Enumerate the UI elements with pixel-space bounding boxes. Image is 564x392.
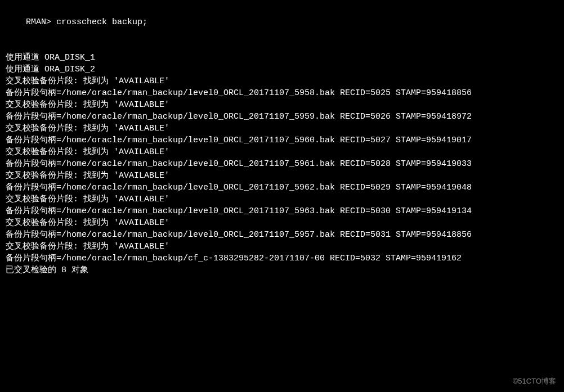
backup-handle-line: 备份片段句柄=/home/oracle/rman_backup/level0_O…	[6, 111, 558, 123]
prompt-line[interactable]: RMAN> crosscheck backup;	[6, 4, 558, 40]
crosscheck-status-line: 交叉校验备份片段: 找到为 'AVAILABLE'	[6, 170, 558, 182]
rman-prompt: RMAN>	[26, 17, 56, 27]
backup-handle-line: 备份片段句柄=/home/oracle/rman_backup/level0_O…	[6, 87, 558, 99]
backup-handle-line: 备份片段句柄=/home/oracle/rman_backup/level0_O…	[6, 182, 558, 193]
backup-handle-line: 备份片段句柄=/home/oracle/rman_backup/level0_O…	[6, 134, 558, 146]
crosscheck-status-line: 交叉校验备份片段: 找到为 'AVAILABLE'	[6, 217, 558, 229]
crosscheck-status-line: 交叉校验备份片段: 找到为 'AVAILABLE'	[6, 123, 558, 134]
rman-command: crosscheck backup;	[56, 17, 147, 27]
blank-line	[6, 40, 558, 52]
crosscheck-status-line: 交叉校验备份片段: 找到为 'AVAILABLE'	[6, 99, 558, 111]
channel-line: 使用通道 ORA_DISK_2	[6, 64, 558, 75]
crosscheck-status-line: 交叉校验备份片段: 找到为 'AVAILABLE'	[6, 146, 558, 158]
channel-line: 使用通道 ORA_DISK_1	[6, 52, 558, 64]
crosscheck-status-line: 交叉校验备份片段: 找到为 'AVAILABLE'	[6, 75, 558, 87]
crosscheck-status-line: 交叉校验备份片段: 找到为 'AVAILABLE'	[6, 241, 558, 253]
backup-handle-line: 备份片段句柄=/home/oracle/rman_backup/cf_c-138…	[6, 253, 558, 264]
terminal-output: RMAN> crosscheck backup; 使用通道 ORA_DISK_1…	[6, 4, 558, 276]
backup-handle-line: 备份片段句柄=/home/oracle/rman_backup/level0_O…	[6, 158, 558, 170]
watermark-text: ©51CTO博客	[513, 376, 556, 386]
summary-line: 已交叉检验的 8 对象	[6, 264, 558, 276]
crosscheck-status-line: 交叉校验备份片段: 找到为 'AVAILABLE'	[6, 193, 558, 205]
backup-handle-line: 备份片段句柄=/home/oracle/rman_backup/level0_O…	[6, 229, 558, 241]
backup-handle-line: 备份片段句柄=/home/oracle/rman_backup/level0_O…	[6, 205, 558, 217]
